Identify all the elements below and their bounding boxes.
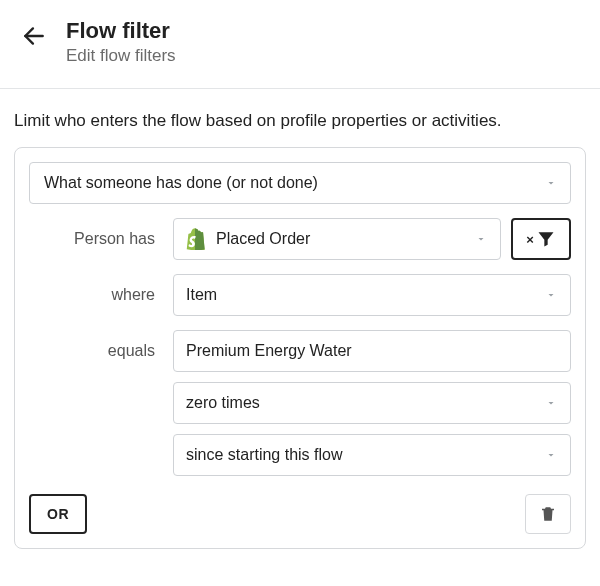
intro-text: Limit who enters the flow based on profi… (0, 89, 600, 147)
or-button-label: OR (47, 506, 69, 522)
shopify-icon (186, 228, 206, 250)
label-where: where (29, 286, 161, 304)
funnel-icon (536, 229, 556, 249)
equals-value: Premium Energy Water (186, 342, 352, 360)
arrow-left-icon (21, 23, 47, 49)
event-select[interactable]: Placed Order (173, 218, 501, 260)
page-title: Flow filter (66, 18, 176, 44)
chevron-down-icon (544, 288, 558, 302)
label-equals: equals (29, 342, 161, 360)
x-mark: × (526, 232, 534, 247)
filter-card: What someone has done (or not done) Pers… (14, 147, 586, 549)
condition-type-value: What someone has done (or not done) (44, 174, 318, 192)
trash-icon (539, 505, 557, 523)
chevron-down-icon (544, 176, 558, 190)
page-subtitle: Edit flow filters (66, 46, 176, 66)
equals-value-input[interactable]: Premium Energy Water (173, 330, 571, 372)
chevron-down-icon (544, 396, 558, 410)
frequency-value: zero times (186, 394, 260, 412)
timeframe-value: since starting this flow (186, 446, 343, 464)
condition-type-select[interactable]: What someone has done (or not done) (29, 162, 571, 204)
label-person-has: Person has (29, 230, 161, 248)
where-property-value: Item (186, 286, 217, 304)
remove-filter-button[interactable]: × (511, 218, 571, 260)
back-button[interactable] (20, 22, 48, 50)
delete-button[interactable] (525, 494, 571, 534)
frequency-select[interactable]: zero times (173, 382, 571, 424)
chevron-down-icon (474, 232, 488, 246)
timeframe-select[interactable]: since starting this flow (173, 434, 571, 476)
event-value: Placed Order (216, 230, 310, 248)
where-property-select[interactable]: Item (173, 274, 571, 316)
or-button[interactable]: OR (29, 494, 87, 534)
chevron-down-icon (544, 448, 558, 462)
